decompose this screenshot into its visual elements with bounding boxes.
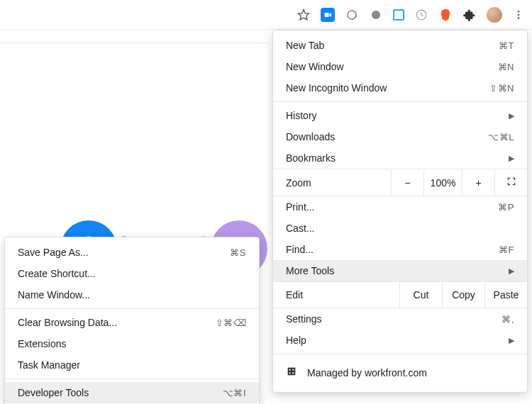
svg-rect-13 [292,369,294,371]
cut-button[interactable]: Cut [399,282,442,308]
svg-marker-2 [330,13,332,17]
svg-rect-11 [288,368,296,376]
menu-downloads[interactable]: Downloads ⌥⌘L [273,126,527,147]
managed-label: Managed by workfront.com [307,367,427,378]
menu-new-window[interactable]: New Window ⌘N [273,56,527,77]
brave-extension-icon[interactable] [438,8,453,22]
zoom-extension-icon[interactable] [321,8,335,22]
menu-shortcut: ⌘S [230,247,246,258]
menu-print[interactable]: Print... ⌘P [273,196,527,218]
extension-icon-5[interactable] [414,8,428,22]
menu-label: History [286,110,504,121]
menu-managed-by[interactable]: Managed by workfront.com [273,359,527,386]
menu-label: Clear Browsing Data... [18,317,216,328]
submenu-extensions[interactable]: Extensions [5,333,259,354]
menu-new-incognito[interactable]: New Incognito Window ⇧⌘N [273,77,527,99]
menu-zoom-row: Zoom − 100% + [273,169,527,196]
menu-shortcut: ⇧⌘⌫ [216,318,247,328]
star-icon[interactable] [297,8,311,22]
extensions-puzzle-icon[interactable] [462,8,477,22]
menu-label: New Window [286,61,498,72]
svg-rect-12 [289,369,291,371]
zoom-label: Zoom [286,170,391,196]
menu-label: New Incognito Window [286,82,489,94]
chrome-main-menu: New Tab ⌘T New Window ⌘N New Incognito W… [272,30,528,393]
edit-label: Edit [286,282,399,308]
profile-avatar[interactable] [487,7,502,23]
submenu-clear-browsing-data[interactable]: Clear Browsing Data... ⇧⌘⌫ [5,312,259,333]
submenu-name-window[interactable]: Name Window... [5,284,259,305]
menu-shortcut: ⌥⌘L [488,132,514,142]
menu-label: New Tab [286,40,499,51]
zoom-value: 100% [423,170,462,196]
submenu-task-manager[interactable]: Task Manager [5,354,259,376]
menu-label: Help [286,335,504,346]
chrome-menu-button[interactable] [512,9,525,21]
menu-label: Extensions [18,338,246,349]
extension-icon-2[interactable] [345,8,359,22]
menu-label: Print... [286,201,498,213]
menu-label: Name Window... [18,289,246,301]
menu-shortcut: ⇧⌘N [489,83,514,94]
menu-shortcut: ⌘F [499,245,514,255]
menu-separator [5,308,259,309]
svg-point-7 [518,13,520,16]
menu-label: More Tools [286,265,504,276]
menu-shortcut: ⌘T [499,40,514,51]
menu-shortcut: ⌘P [498,202,514,213]
chevron-right-icon: ▶ [509,111,514,120]
menu-settings[interactable]: Settings ⌘, [273,308,527,330]
menu-separator [5,378,259,379]
menu-label: Create Shortcut... [18,268,246,279]
chevron-right-icon: ▶ [509,266,514,276]
menu-label: Downloads [286,131,488,142]
submenu-create-shortcut[interactable]: Create Shortcut... [5,263,259,284]
more-tools-submenu: Save Page As... ⌘S Create Shortcut... Na… [4,237,260,404]
submenu-save-page[interactable]: Save Page As... ⌘S [5,242,259,263]
svg-point-4 [372,11,380,19]
menu-label: Settings [286,313,501,325]
browser-toolbar [0,0,532,30]
menu-new-tab[interactable]: New Tab ⌘T [273,35,527,56]
zoom-out-button[interactable]: − [391,170,423,196]
menu-history[interactable]: History ▶ [273,105,527,126]
menu-label: Save Page As... [18,247,230,258]
zoom-in-button[interactable]: + [462,170,494,196]
chevron-right-icon: ▶ [509,154,514,163]
svg-rect-14 [289,372,291,374]
fullscreen-button[interactable] [494,169,527,196]
menu-shortcut: ⌘, [501,314,514,325]
menu-help[interactable]: Help ▶ [273,330,527,351]
chevron-right-icon: ▶ [509,336,514,345]
submenu-developer-tools[interactable]: Developer Tools ⌥⌘I [5,382,259,403]
menu-more-tools[interactable]: More Tools ▶ [273,260,527,281]
menu-shortcut: ⌥⌘I [223,388,246,398]
svg-rect-15 [292,372,294,374]
menu-bookmarks[interactable]: Bookmarks ▶ [273,147,527,169]
menu-label: Task Manager [18,359,246,371]
svg-rect-1 [325,13,329,17]
menu-label: Find... [286,244,499,255]
menu-label: Bookmarks [286,152,504,164]
svg-marker-0 [299,9,309,19]
building-icon [286,366,297,379]
svg-point-8 [518,17,520,19]
menu-label: Developer Tools [18,387,223,398]
extension-icon-4[interactable] [393,9,404,21]
menu-edit-row: Edit Cut Copy Paste [273,281,527,308]
menu-shortcut: ⌘N [498,62,514,72]
copy-button[interactable]: Copy [442,282,484,308]
extension-icon-3[interactable] [369,8,383,22]
menu-label: Cast... [286,223,514,234]
menu-separator [273,354,527,354]
paste-button[interactable]: Paste [484,282,527,308]
page-background [0,43,270,241]
menu-cast[interactable]: Cast... [273,218,527,239]
menu-find[interactable]: Find... ⌘F [273,239,527,260]
svg-point-6 [518,11,520,13]
menu-separator [273,101,527,102]
